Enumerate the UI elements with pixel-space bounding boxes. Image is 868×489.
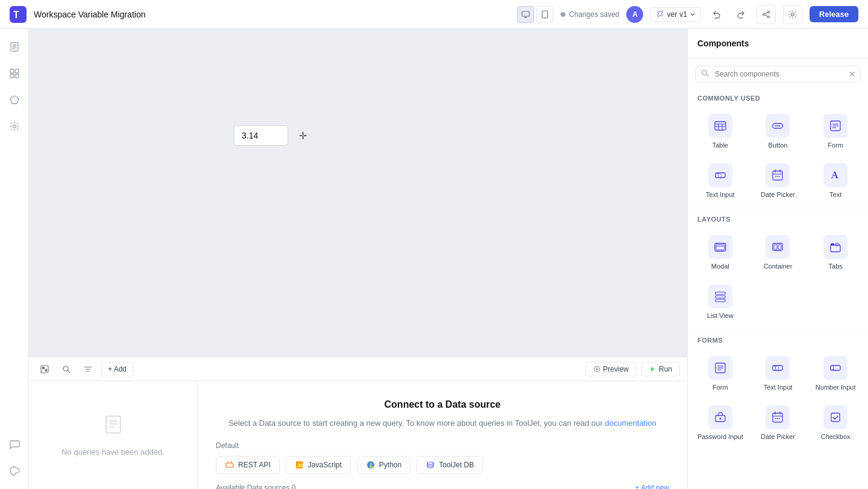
release-button[interactable]: Release (810, 6, 858, 22)
search-button[interactable] (58, 361, 75, 378)
component-container[interactable]: Container (750, 228, 806, 275)
component-button[interactable]: Button (750, 107, 806, 154)
available-datasources-row: Available Data sources 0 + Add new (216, 484, 669, 490)
component-form[interactable]: Form (808, 107, 863, 154)
component-text-input-2[interactable]: T| Text Input (750, 349, 806, 396)
svg-marker-20 (10, 96, 19, 104)
svg-rect-16 (10, 69, 14, 73)
layouts-grid: Modal Container Tabs List View (688, 225, 868, 326)
svg-text:🐍: 🐍 (368, 462, 376, 469)
sidebar-item-queries[interactable] (4, 89, 25, 111)
svg-rect-72 (778, 244, 781, 249)
run-button[interactable]: Run (641, 362, 680, 376)
svg-rect-23 (42, 367, 45, 369)
right-panel-header: Components (688, 29, 868, 58)
form-2-label: Form (712, 384, 728, 391)
component-date-picker-2[interactable]: Date Picker (750, 398, 806, 445)
date-picker-label: Date Picker (761, 191, 795, 198)
canvas-widget[interactable]: 3.14 (234, 125, 288, 146)
forms-label: Forms (688, 332, 868, 346)
component-list-view[interactable]: List View (693, 277, 748, 324)
svg-text:1_: 1_ (832, 366, 838, 371)
share-button[interactable] (756, 5, 776, 24)
search-clear-button[interactable]: ✕ (849, 69, 856, 79)
minimap-button[interactable] (36, 361, 53, 378)
svg-text:JS: JS (297, 463, 304, 469)
text-label: Text (829, 191, 841, 198)
checkbox-icon (823, 405, 848, 429)
redo-button[interactable] (732, 6, 749, 23)
component-table[interactable]: Table (693, 107, 748, 154)
sidebar-item-chat[interactable] (4, 434, 25, 455)
query-empty-text: No queries have been added. (61, 447, 165, 456)
undo-button[interactable] (708, 6, 725, 23)
preview-button[interactable]: Preview (585, 362, 637, 376)
sidebar-item-theme[interactable] (4, 460, 25, 482)
query-empty-icon (102, 414, 124, 440)
sidebar-item-settings[interactable] (4, 116, 25, 137)
gear-icon (788, 10, 797, 19)
datasource-desc: Select a Data source to start creating a… (228, 417, 656, 429)
version-number: v1 (679, 10, 687, 19)
component-text[interactable]: A Text (808, 156, 863, 203)
datasource-panel: Connect to a Data source Select a Data s… (198, 381, 687, 489)
settings-button[interactable] (783, 5, 802, 24)
move-handle[interactable]: ✛ (299, 130, 307, 142)
canvas-area[interactable]: 3.14 ✛ (29, 29, 687, 357)
component-password-input[interactable]: Password Input (693, 398, 748, 445)
component-checkbox[interactable]: Checkbox (808, 398, 863, 445)
page-title: Workspace Variable Migration (34, 10, 145, 19)
run-icon (649, 366, 656, 373)
text-icon: A (823, 163, 848, 187)
search-input[interactable] (695, 66, 861, 83)
button-label: Button (769, 142, 788, 149)
add-button[interactable]: + Add (101, 362, 133, 376)
svg-point-7 (767, 16, 769, 17)
view-toggle (517, 6, 553, 23)
desktop-view-btn[interactable] (517, 6, 534, 23)
filter-button[interactable] (80, 361, 96, 378)
form-2-icon (708, 356, 732, 380)
save-status: Changes saved (561, 10, 619, 19)
container-icon (766, 235, 790, 259)
bottom-panel: + Add Preview Run No queries have been a… (29, 357, 687, 489)
version-selector[interactable]: ver v1 (650, 7, 700, 22)
tooljet-db-icon (426, 460, 435, 470)
password-input-icon (708, 405, 732, 429)
component-text-input[interactable]: T| Text Input (693, 156, 748, 203)
share-icon (761, 10, 771, 19)
commonly-used-grid: Table Button Form T| Text Input (688, 104, 868, 205)
text-input-label: Text Input (706, 191, 735, 198)
rest-api-button[interactable]: REST API (216, 456, 280, 474)
add-new-datasource-link[interactable]: + Add new (635, 484, 669, 490)
datasource-title: Connect to a Data source (385, 399, 501, 410)
logo: T (10, 6, 27, 23)
sidebar-item-components[interactable] (4, 63, 25, 84)
date-picker-2-label: Date Picker (761, 433, 795, 440)
container-label: Container (764, 263, 793, 270)
tablet-view-btn[interactable] (536, 6, 553, 23)
sidebar-bottom (4, 434, 25, 482)
topbar: T Workspace Variable Migration Changes s… (0, 0, 868, 29)
docs-link[interactable]: documentation (605, 419, 656, 428)
svg-rect-96 (831, 413, 840, 422)
tabs-icon (823, 235, 848, 259)
svg-point-63 (775, 176, 776, 177)
search-box: ✕ (695, 66, 861, 83)
sidebar-item-pages[interactable] (4, 36, 25, 58)
component-modal[interactable]: Modal (693, 228, 748, 275)
tooljet-db-button[interactable]: ToolJet DB (417, 456, 483, 474)
right-panel: Components ✕ Commonly Used Table Button (687, 29, 868, 489)
search-icon (62, 365, 71, 373)
number-input-icon: 1_ (823, 356, 848, 380)
javascript-button[interactable]: JS JavaScript (286, 456, 351, 474)
component-form-2[interactable]: Form (693, 349, 748, 396)
component-number-input[interactable]: 1_ Number Input (808, 349, 863, 396)
svg-text:T|: T| (774, 366, 780, 372)
component-date-picker[interactable]: Date Picker (750, 156, 806, 203)
date-picker-2-icon (766, 405, 790, 429)
python-button[interactable]: 🐍 Python (357, 456, 410, 474)
component-tabs[interactable]: Tabs (808, 228, 863, 275)
datasource-options: REST API JS JavaScript 🐍 Python ToolJet … (216, 456, 669, 474)
rest-api-icon (225, 460, 234, 470)
